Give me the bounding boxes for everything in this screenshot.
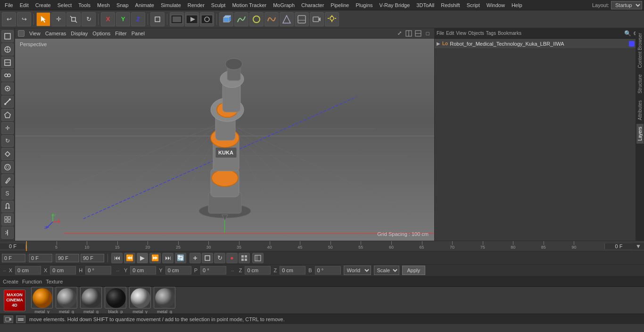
menu-mograph[interactable]: MoGraph — [270, 1, 297, 9]
status-layer-icon[interactable] — [16, 316, 25, 323]
rp-file-tab[interactable]: File — [437, 31, 444, 36]
maximize-icon[interactable]: □ — [424, 30, 431, 37]
playback-end2-input[interactable] — [81, 254, 104, 262]
vtab-attributes[interactable]: Layers — [636, 124, 644, 144]
world-select[interactable]: World Object — [344, 266, 371, 275]
playback-end1-input[interactable] — [56, 254, 79, 262]
move-icon[interactable]: ✛ — [1, 122, 14, 134]
playback-box-btn[interactable] — [202, 253, 213, 263]
coord-x-rot-input[interactable] — [50, 266, 76, 275]
menu-tools[interactable]: Tools — [75, 1, 93, 9]
uv-mode-icon[interactable] — [1, 57, 14, 69]
axis-y-button[interactable]: Y — [116, 12, 130, 26]
vp-menu-cameras[interactable]: Cameras — [45, 31, 66, 36]
deformer-button[interactable] — [280, 12, 294, 26]
viewport-canvas[interactable]: Perspective — [15, 39, 434, 241]
vp-menu-filter[interactable]: Filter — [115, 31, 126, 36]
menu-window[interactable]: Window — [484, 1, 508, 9]
rotate-tool-button[interactable]: ↻ — [82, 12, 96, 26]
menu-pipeline[interactable]: Pipeline — [328, 1, 352, 9]
status-camera-icon[interactable] — [4, 316, 13, 323]
goto-start-button[interactable]: ⏮ — [111, 253, 123, 263]
menu-sculpt[interactable]: Sculpt — [208, 1, 229, 9]
expand-icon[interactable]: ⤢ — [396, 30, 403, 37]
spline-button[interactable] — [249, 12, 264, 26]
vertex-icon[interactable] — [1, 82, 14, 95]
step-back-button[interactable]: ⏪ — [124, 253, 135, 263]
rp-view-tab[interactable]: View — [456, 31, 466, 36]
playback-settings-btn[interactable] — [252, 253, 264, 263]
vp-menu-options[interactable]: Options — [92, 31, 110, 36]
redo-button[interactable]: ↪ — [17, 12, 31, 26]
layout-select[interactable]: Startup — [611, 1, 642, 9]
object-mode-button[interactable] — [150, 12, 165, 26]
material-item-5[interactable]: metal_y — [129, 287, 151, 314]
array-icon[interactable] — [1, 213, 14, 226]
menu-motion-tracker[interactable]: Motion Tracker — [229, 1, 269, 9]
object-row[interactable]: ▶ Lo Robot_for_Medical_Technology_Kuka_L… — [435, 39, 644, 49]
rp-objects-tab[interactable]: Objects — [468, 31, 484, 36]
menu-snap[interactable]: Snap — [114, 1, 132, 9]
coord-z-rot-input[interactable] — [280, 266, 305, 275]
undo-button[interactable]: ↩ — [2, 12, 16, 26]
axis-x-button[interactable]: X — [101, 12, 115, 26]
playback-rot-btn[interactable]: ↻ — [214, 253, 225, 263]
menu-redshift[interactable]: Redshift — [438, 1, 462, 9]
menu-simulate[interactable]: Simulate — [158, 1, 184, 9]
menu-render[interactable]: Render — [185, 1, 207, 9]
magnet-icon[interactable] — [1, 201, 14, 213]
playback-record-btn[interactable]: ● — [226, 253, 238, 263]
scale-select[interactable]: Scale — [374, 266, 399, 275]
rp-edit-tab[interactable]: Edit — [446, 31, 454, 36]
render-region-button[interactable] — [170, 12, 184, 26]
split-h-icon[interactable] — [405, 30, 413, 37]
model-mode-icon[interactable] — [1, 30, 14, 42]
vp-menu-panel[interactable]: Panel — [132, 31, 145, 36]
vtab-takes[interactable]: Content Browser — [636, 30, 644, 71]
material-item-3[interactable]: metal_g — [80, 287, 102, 314]
menu-mesh[interactable]: Mesh — [94, 1, 113, 9]
select-tool-button[interactable] — [36, 12, 50, 26]
viewport-corner-icon[interactable] — [18, 30, 25, 37]
menu-3dtoall[interactable]: 3DToAll — [413, 1, 437, 9]
sculpt-icon[interactable]: S — [1, 187, 14, 200]
symmetry-icon[interactable] — [1, 227, 14, 239]
coord-x-pos-input[interactable] — [15, 266, 41, 275]
playback-grid-btn[interactable] — [239, 253, 250, 263]
menu-edit[interactable]: Edit — [17, 1, 32, 9]
loop-button[interactable]: 🔄 — [175, 253, 186, 263]
rotate-icon[interactable]: ↻ — [1, 135, 14, 147]
material-item-1[interactable]: metal_y — [31, 287, 53, 314]
vtab-layers[interactable] — [639, 145, 641, 150]
menu-help[interactable]: Help — [509, 1, 525, 9]
timeline-ticks[interactable]: 051015202530354045505560657075808590 — [26, 241, 604, 251]
step-forward-button[interactable]: ⏩ — [149, 253, 161, 263]
coord-h-input[interactable] — [85, 266, 111, 275]
vp-menu-view[interactable]: View — [29, 31, 41, 36]
menu-vray[interactable]: V-Ray Bridge — [377, 1, 413, 9]
apply-button[interactable]: Apply — [402, 266, 426, 275]
coord-z-pos-input[interactable] — [245, 266, 271, 275]
vtab-structure[interactable]: Attributes — [636, 97, 644, 123]
move-tool-button[interactable]: ✛ — [51, 12, 66, 26]
paint-icon[interactable] — [1, 174, 14, 186]
object-vis-dot1[interactable] — [629, 41, 635, 47]
rp-search-icon[interactable]: 🔍 — [624, 30, 631, 37]
playback-current-input[interactable] — [29, 254, 52, 262]
menu-select[interactable]: Select — [55, 1, 75, 9]
material-item-4[interactable]: black_p — [105, 287, 126, 314]
texture-mode-icon[interactable] — [1, 43, 14, 56]
playback-mode-btn[interactable] — [190, 253, 201, 263]
vp-menu-display[interactable]: Display — [71, 31, 88, 36]
menu-plugins[interactable]: Plugins — [353, 1, 375, 9]
mat-texture-menu[interactable]: Texture — [46, 279, 63, 284]
play-forward-button[interactable]: ▶ — [137, 253, 148, 263]
coord-p-input[interactable] — [200, 266, 226, 275]
mat-function-menu[interactable]: Function — [22, 279, 42, 284]
polygon-icon[interactable] — [1, 109, 14, 121]
render-picture-button[interactable] — [200, 12, 214, 26]
cube-button[interactable] — [219, 12, 233, 26]
scale-icon[interactable] — [1, 148, 14, 160]
coord-y-pos-input[interactable] — [130, 266, 156, 275]
menu-character[interactable]: Character — [298, 1, 327, 9]
